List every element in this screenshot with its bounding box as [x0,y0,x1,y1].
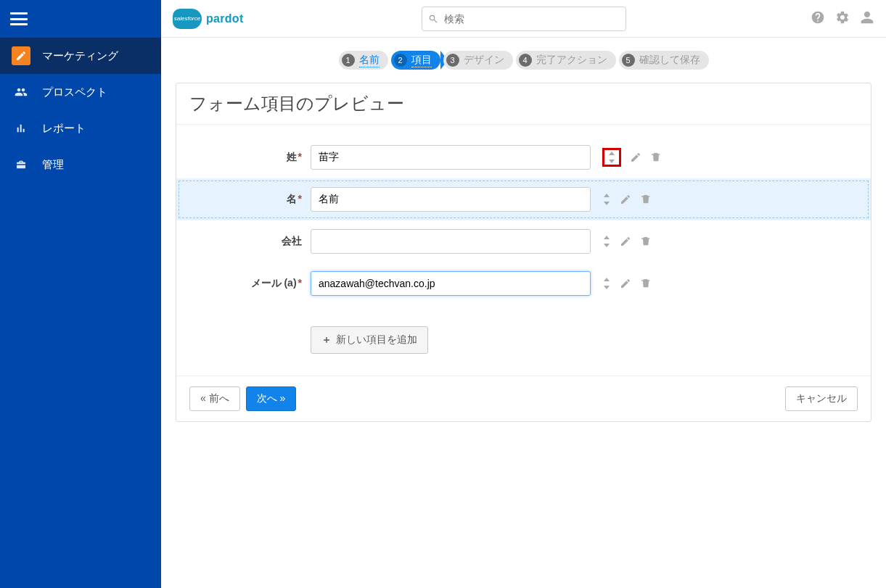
step-label: 項目 [411,54,432,67]
field-row-company: 会社 [176,220,871,262]
sidebar: マーケティング プロスペクト レポート 管理 [0,0,161,588]
prev-button[interactable]: « 前へ [189,386,240,411]
briefcase-icon [12,155,30,174]
add-field-label: 新しい項目を追加 [336,334,417,347]
step-confirm-save[interactable]: 5 確認して保存 [619,51,709,70]
topbar: salesforce pardot [161,0,886,38]
gear-icon[interactable] [835,10,850,27]
hamburger-menu-button[interactable] [0,0,38,38]
field-label: 姓* [191,151,311,164]
field-row-last-name: 姓* [176,136,871,178]
panel-body: 姓* 名* [176,125,871,376]
row-actions [602,236,652,247]
sidebar-item-label: 管理 [42,158,64,172]
global-search[interactable] [422,7,626,31]
required-mark: * [298,151,302,162]
field-row-first-name[interactable]: 名* [176,178,871,220]
sidebar-item-label: レポート [42,122,86,136]
field-label: メール (a)* [191,277,311,290]
add-field-button[interactable]: ＋ 新しい項目を追加 [311,326,428,354]
cancel-button[interactable]: キャンセル [785,386,858,411]
panel-header: フォーム項目のプレビュー [176,83,871,125]
sidebar-item-admin[interactable]: 管理 [0,146,161,183]
trash-icon[interactable] [640,236,652,247]
salesforce-cloud-icon: salesforce [173,9,202,29]
row-actions [602,278,652,289]
step-fields[interactable]: 2 項目 [391,51,440,70]
reorder-handle-icon[interactable] [602,236,611,247]
content: 1 名前 2 項目 3 デザイン 4 完了アクション 5 確認して保存 フォーム… [161,38,886,588]
trash-icon[interactable] [650,152,662,163]
bar-chart-icon [12,119,30,138]
field-input-first-name[interactable] [311,187,591,212]
sidebar-item-reports[interactable]: レポート [0,110,161,146]
panel-title: フォーム項目のプレビュー [189,92,858,115]
row-actions [602,148,662,167]
sidebar-item-prospects[interactable]: プロスペクト [0,74,161,110]
next-button[interactable]: 次へ » [246,386,297,411]
wizard-stepper: 1 名前 2 項目 3 デザイン 4 完了アクション 5 確認して保存 [161,51,886,70]
field-input-email[interactable] [311,271,591,296]
step-name[interactable]: 1 名前 [339,51,388,70]
step-label: 確認して保存 [639,54,700,67]
pencil-icon [12,46,30,65]
user-icon[interactable] [860,10,874,27]
users-icon [12,83,30,102]
required-mark: * [298,277,302,289]
step-label: 完了アクション [536,54,607,67]
field-input-last-name[interactable] [311,145,591,170]
panel-footer: « 前へ 次へ » キャンセル [176,376,871,421]
form-fields-panel: フォーム項目のプレビュー 姓* [176,83,871,422]
help-icon[interactable] [811,10,825,27]
edit-icon[interactable] [620,236,631,247]
sidebar-nav: マーケティング プロスペクト レポート 管理 [0,38,161,183]
field-label: 会社 [191,235,311,248]
sidebar-item-label: マーケティング [42,49,118,63]
sidebar-item-marketing[interactable]: マーケティング [0,38,161,74]
search-icon [428,14,438,24]
required-mark: * [298,193,302,204]
reorder-handle-icon[interactable] [602,278,611,289]
sidebar-item-label: プロスペクト [42,86,107,99]
step-label: デザイン [464,54,504,67]
field-label: 名* [191,193,311,206]
edit-icon[interactable] [630,152,641,163]
search-input[interactable] [444,13,625,25]
step-completion-actions[interactable]: 4 完了アクション [516,51,616,70]
trash-icon[interactable] [640,278,652,289]
topbar-right-icons [811,10,874,27]
plus-icon: ＋ [321,334,332,347]
step-label[interactable]: 名前 [359,54,380,67]
field-row-email: メール (a)* [176,262,871,305]
field-input-company[interactable] [311,229,591,254]
reorder-handle-icon[interactable] [602,194,611,205]
step-design[interactable]: 3 デザイン [443,51,513,70]
product-name: pardot [206,12,244,25]
row-actions [602,194,652,205]
reorder-handle-icon[interactable] [602,148,621,167]
edit-icon[interactable] [620,278,631,289]
edit-icon[interactable] [620,194,631,205]
trash-icon[interactable] [640,194,652,205]
logo[interactable]: salesforce pardot [173,9,244,29]
